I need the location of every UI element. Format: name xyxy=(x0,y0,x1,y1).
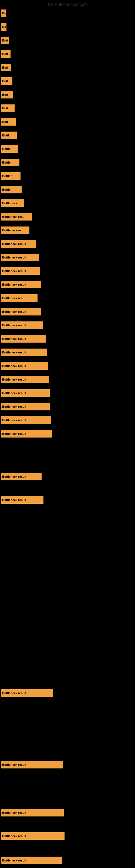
bar: Bottleneck result xyxy=(1,689,53,697)
bar: Bott xyxy=(1,91,13,98)
bar-label: Bottleneck result xyxy=(2,811,26,814)
bar: Bott xyxy=(1,77,12,85)
bar: Bottleneck result xyxy=(1,809,64,816)
bar-label: Bottleneck result xyxy=(2,498,26,501)
bar-row: Bo xyxy=(1,22,7,32)
bar-label: Bottleneck resu xyxy=(2,215,25,218)
bar-label: Bottleneck result xyxy=(2,392,26,395)
bar: Bottleneck result xyxy=(1,832,64,840)
bar-label: Bottleneck result xyxy=(2,763,26,766)
bar-label: Bo xyxy=(2,25,6,29)
bar: Bottle xyxy=(1,145,18,153)
bar-label: Bottleneck result xyxy=(2,691,26,695)
bar-row: Bott xyxy=(1,49,11,59)
bar-row: Bottleneck result xyxy=(1,415,52,426)
bar-label: Bottl xyxy=(2,134,9,137)
bar: Bottleneck result xyxy=(1,254,39,261)
bar: Bottleneck result xyxy=(1,403,50,410)
bar: Bottleneck xyxy=(1,199,24,207)
bar-label: Bottlen xyxy=(2,161,12,164)
bar: Bottleneck result xyxy=(1,321,43,329)
bar: Bottlen xyxy=(1,172,20,180)
bar: Bott xyxy=(1,50,10,58)
bar-row: Bottleneck result xyxy=(1,759,63,770)
bar: Bottleneck result xyxy=(1,335,46,343)
bar-label: Bottleneck result xyxy=(2,432,26,435)
bar: Bottleneck re xyxy=(1,226,30,234)
bar-row: Bottleneck result xyxy=(1,333,46,344)
bar-row: Bott xyxy=(1,89,14,100)
bar: Bottleneck result xyxy=(1,473,42,480)
bar-label: Bottleneck result xyxy=(2,475,26,478)
bar-row: Bottleneck result xyxy=(1,388,50,399)
site-title: TheBottlenecker.com xyxy=(0,0,135,9)
bar-label: Bott xyxy=(2,66,8,69)
bar-row: Bottleneck result xyxy=(1,306,42,317)
bar: Bottleneck result xyxy=(1,240,36,248)
bar-row: Bottleneck result xyxy=(1,471,42,482)
bar-label: Bottleneck result xyxy=(2,310,26,313)
bar-row: Bottleneck result xyxy=(1,279,42,290)
bar-row: Bottleneck result xyxy=(1,831,65,841)
bar-row: Bottleneck xyxy=(1,198,25,209)
bar: Bott xyxy=(1,37,9,44)
bar: Bottleneck result xyxy=(1,496,43,504)
bar: Bottlen xyxy=(1,186,21,193)
bar: Bottleneck result xyxy=(1,281,41,288)
bar-label: Bottleneck result xyxy=(2,378,26,381)
bar-row: Bott xyxy=(1,35,10,46)
bar-row: Bottleneck result xyxy=(1,374,50,385)
bar: Bottleneck result xyxy=(1,267,40,275)
bar-label: Bott xyxy=(2,39,8,42)
bar-label: Bott xyxy=(2,80,8,83)
bar: Bottl xyxy=(1,131,17,139)
bar-row: Bottleneck result xyxy=(1,361,49,371)
bar: Bottleneck result xyxy=(1,416,51,424)
bar-row: Bo xyxy=(1,8,6,19)
bar: Bottleneck result xyxy=(1,389,50,397)
bar: Bottleneck resu xyxy=(1,213,32,220)
bar: Bottleneck resu xyxy=(1,294,38,302)
bar: Bottleneck result xyxy=(1,362,48,370)
bar-row: Bottleneck result xyxy=(1,688,54,699)
bar-row: Bottleneck result xyxy=(1,252,39,263)
bar-label: Bottleneck result xyxy=(2,283,26,286)
bar-row: Bottleneck result xyxy=(1,855,62,866)
bar-row: Bottleneck result xyxy=(1,239,37,249)
bar-row: Bottlen xyxy=(1,157,20,168)
bar-row: Bottleneck resu xyxy=(1,211,33,222)
bar-label: Bottleneck result xyxy=(2,405,26,408)
bar-row: Bottleneck resu xyxy=(1,293,38,304)
bar: Bott xyxy=(1,118,16,126)
bar-row: Bottl xyxy=(1,130,17,141)
bar-label: Bottleneck result xyxy=(2,256,26,259)
bar-label: Bott xyxy=(2,120,8,123)
bar-row: Bott xyxy=(1,116,16,127)
bar-label: Bott xyxy=(2,93,8,96)
bar-label: Bottleneck result xyxy=(2,242,26,246)
bar: Bottleneck result xyxy=(1,348,47,356)
bar-row: Bottleneck re xyxy=(1,225,30,236)
bar-label: Bottleneck result xyxy=(2,337,26,340)
bar-row: Bottleneck result xyxy=(1,320,43,331)
bar-label: Bott xyxy=(2,52,8,56)
bar-label: Bott xyxy=(2,106,8,110)
bar-row: Bottlen xyxy=(1,184,22,195)
bar-label: Bottleneck result xyxy=(2,323,26,327)
bar-label: Bottleneck re xyxy=(2,229,21,232)
bar: Bottlen xyxy=(1,159,19,166)
bar-label: Bottlen xyxy=(2,188,12,191)
bar: Bottleneck result xyxy=(1,761,63,769)
bar-row: Bott xyxy=(1,103,15,114)
bar-label: Bottleneck resu xyxy=(2,297,25,300)
bar: Bottleneck result xyxy=(1,857,62,864)
bar-label: Bottle xyxy=(2,147,10,151)
bar: Bo xyxy=(1,23,6,31)
bar-row: Bottle xyxy=(1,144,18,154)
bar-row: Bottleneck result xyxy=(1,807,64,818)
bar: Bott xyxy=(1,64,11,71)
bar-label: Bottleneck result xyxy=(2,364,26,368)
bar: Bo xyxy=(1,9,6,17)
bar: Bottleneck result xyxy=(1,376,49,383)
bar-label: Bottleneck result xyxy=(2,834,26,838)
